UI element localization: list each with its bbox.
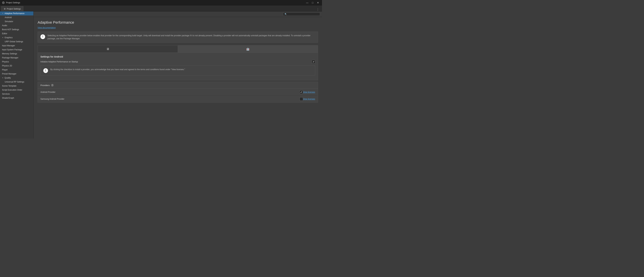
expand-icon-quality: ▼: [2, 77, 4, 79]
android-provider-checkbox[interactable]: [300, 90, 303, 94]
title-bar-left: Project Settings: [2, 1, 20, 4]
project-settings-tab[interactable]: ⚙ Project Settings: [1, 6, 23, 11]
sidebar: ▼Adaptive PerformanceAndroidSimulatorAud…: [0, 12, 34, 138]
platform-tab-android[interactable]: 🤖: [178, 46, 318, 52]
main-layout: ▼Adaptive PerformanceAndroidSimulatorAud…: [0, 12, 322, 138]
tab-more-button[interactable]: ⋮: [315, 8, 321, 11]
warning-box: ! By clicking the checkbox to install a …: [40, 66, 315, 76]
sidebar-item-quality[interactable]: ▼Quality: [0, 76, 34, 80]
sidebar-item-player[interactable]: Player: [0, 68, 34, 72]
minimize-button[interactable]: —: [305, 1, 309, 4]
sidebar-item-editor[interactable]: Editor: [0, 32, 34, 36]
sidebar-label-input-system: Input System Package: [2, 48, 22, 51]
sidebar-item-universal-rp[interactable]: Universal RP Settings: [0, 80, 34, 84]
search-icon: 🔍: [284, 13, 287, 15]
tab-icon: ⚙: [4, 8, 6, 10]
app-icon: [2, 1, 5, 4]
sidebar-item-adaptive-performance[interactable]: ▼Adaptive Performance: [0, 12, 34, 16]
maximize-button[interactable]: □: [310, 1, 314, 4]
sidebar-label-editor: Editor: [2, 32, 7, 35]
sidebar-item-scene-template[interactable]: Scene Template: [0, 84, 34, 88]
android-settings-section: Settings for Android Initialize Adaptive…: [38, 53, 318, 80]
android-icon: 🤖: [246, 47, 250, 51]
android-settings-title: Settings for Android: [40, 55, 315, 58]
android-provider-name: Android Provider: [40, 91, 296, 93]
search-input[interactable]: [288, 13, 318, 15]
sidebar-label-simulator: Simulator: [5, 20, 13, 23]
sidebar-label-physics: Physics: [2, 60, 9, 63]
sidebar-item-package-manager[interactable]: Package Manager: [0, 56, 34, 60]
sidebar-label-package-manager: Package Manager: [2, 56, 18, 59]
info-box: ! Selecting an Adaptive Performance prov…: [38, 32, 318, 42]
sidebar-item-android[interactable]: Android: [0, 16, 34, 20]
close-button[interactable]: ✕: [316, 1, 320, 4]
info-icon: !: [40, 34, 45, 39]
platform-tabs: 🖥 🤖: [38, 45, 318, 53]
samsung-provider-name: Samsung Android Provider: [40, 98, 296, 100]
sidebar-label-services: Services: [2, 93, 10, 95]
sidebar-item-burst-aot[interactable]: Burst AOT Settings: [0, 28, 34, 32]
providers-title: Providers: [40, 84, 50, 86]
info-text: Selecting an Adaptive Performance provid…: [48, 34, 315, 40]
expand-icon-graphics: ▼: [2, 37, 4, 38]
sidebar-item-input-manager[interactable]: Input Manager: [0, 44, 34, 48]
sidebar-label-physics-2d: Physics 2D: [2, 64, 12, 67]
sidebar-label-android: Android: [5, 16, 12, 18]
tab-bar: ⚙ Project Settings ⋮: [0, 5, 322, 12]
search-wrapper: 🔍: [283, 12, 320, 16]
sidebar-item-graphics[interactable]: ▼Graphics: [0, 36, 34, 40]
sidebar-label-burst-aot: Burst AOT Settings: [2, 28, 19, 31]
sidebar-label-quality: Quality: [4, 77, 11, 79]
providers-section: Providers ? Android Provider View licens…: [38, 82, 318, 102]
title-bar: Project Settings — □ ✕: [0, 0, 322, 5]
svg-point-1: [3, 2, 4, 3]
sidebar-label-input-manager: Input Manager: [2, 44, 15, 47]
warning-text: By clicking the checkbox to install a pr…: [50, 68, 185, 71]
platform-tab-desktop[interactable]: 🖥: [38, 46, 178, 52]
init-checkbox[interactable]: [312, 60, 315, 64]
providers-header: Providers ?: [38, 82, 318, 89]
content-scroll: Adaptive Performance View documentation …: [34, 17, 322, 138]
samsung-view-licenses-link[interactable]: View licenses: [303, 98, 315, 100]
sidebar-label-scene-template: Scene Template: [2, 85, 16, 87]
sidebar-label-urp-global: URP Global Settings: [5, 40, 23, 43]
sidebar-item-input-system[interactable]: Input System Package: [0, 48, 34, 52]
tab-label: Project Settings: [7, 8, 21, 10]
sidebar-label-preset-manager: Preset Manager: [2, 73, 16, 75]
content-area: 🔍 Adaptive Performance View documentatio…: [34, 12, 322, 138]
view-documentation-link[interactable]: View documentation: [38, 26, 56, 29]
expand-icon-adaptive-performance: ▼: [2, 12, 4, 14]
sidebar-item-physics-2d[interactable]: Physics 2D: [0, 64, 34, 68]
sidebar-item-shadergraph[interactable]: ShaderGraph: [0, 96, 34, 100]
sidebar-item-memory-settings[interactable]: Memory Settings: [0, 52, 34, 56]
sidebar-item-urp-global[interactable]: URP Global Settings: [0, 40, 34, 44]
sidebar-label-universal-rp: Universal RP Settings: [5, 81, 24, 83]
sidebar-item-audio[interactable]: Audio: [0, 24, 34, 28]
provider-row-samsung: Samsung Android Provider View licenses: [38, 96, 318, 102]
sidebar-item-script-execution[interactable]: Script Execution Order: [0, 88, 34, 92]
android-view-licenses-link[interactable]: View licenses: [303, 91, 315, 93]
sidebar-label-audio: Audio: [2, 24, 7, 27]
providers-help-icon[interactable]: ?: [51, 84, 54, 86]
sidebar-label-graphics: Graphics: [4, 36, 12, 39]
sidebar-label-player: Player: [2, 68, 8, 71]
content-header: 🔍: [34, 12, 322, 17]
sidebar-label-adaptive-performance: Adaptive Performance: [4, 12, 24, 14]
sidebar-label-memory-settings: Memory Settings: [2, 52, 17, 55]
sidebar-item-preset-manager[interactable]: Preset Manager: [0, 72, 34, 76]
sidebar-item-services[interactable]: Services: [0, 92, 34, 96]
desktop-icon: 🖥: [106, 47, 109, 51]
sidebar-item-physics[interactable]: Physics: [0, 60, 34, 64]
init-setting-label: Initialize Adaptive Performance on Start…: [40, 60, 312, 63]
init-setting-row: Initialize Adaptive Performance on Start…: [40, 60, 315, 64]
title-bar-controls: — □ ✕: [305, 1, 320, 4]
page-title: Adaptive Performance: [38, 20, 318, 25]
warning-icon: !: [43, 68, 48, 73]
sidebar-label-script-execution: Script Execution Order: [2, 89, 22, 91]
provider-row-android: Android Provider View licenses: [38, 89, 318, 96]
sidebar-item-simulator[interactable]: Simulator: [0, 20, 34, 24]
sidebar-label-shadergraph: ShaderGraph: [2, 97, 14, 99]
samsung-provider-checkbox[interactable]: [300, 97, 303, 101]
title-bar-title: Project Settings: [6, 2, 20, 4]
